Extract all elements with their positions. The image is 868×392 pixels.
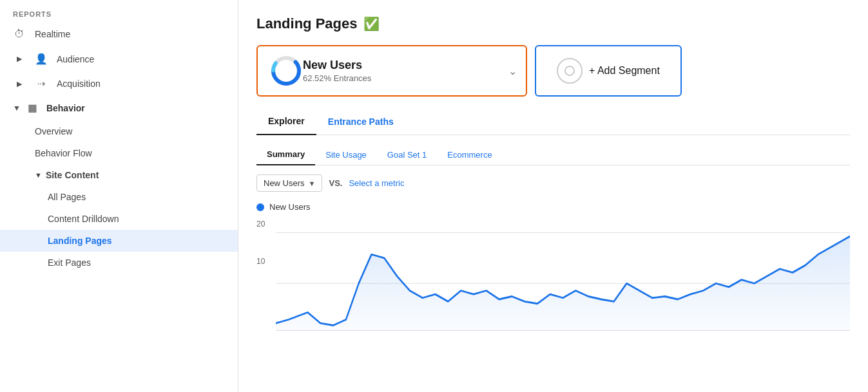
segment-card-new-users[interactable]: New Users 62.52% Entrances ⌄: [256, 45, 527, 97]
reports-label: REPORTS: [0, 5, 238, 22]
segment-info: New Users 62.52% Entrances: [303, 59, 371, 83]
chart-y-label-20: 20: [256, 219, 265, 229]
circle-icon: [564, 66, 575, 76]
segment-sub: 62.52% Entrances: [303, 73, 371, 83]
chart-y-label-10: 10: [256, 257, 265, 266]
behavior-icon: ▦: [26, 102, 39, 114]
sidebar-item-acquisition[interactable]: ▶ ⇢ Acquisition: [0, 71, 238, 96]
dropdown-arrow-icon: ▼: [309, 180, 316, 187]
person-icon: 👤: [35, 53, 48, 65]
sidebar-item-label: Audience: [57, 54, 94, 64]
sidebar-item-label: Content Drilldown: [48, 214, 119, 224]
sidebar-item-label: Landing Pages: [48, 236, 112, 246]
add-segment-label: + Add Segment: [589, 65, 660, 77]
sidebar-item-site-content[interactable]: ▼ Site Content: [0, 164, 238, 186]
shield-icon: ✅: [363, 16, 380, 32]
add-segment-card[interactable]: + Add Segment: [535, 45, 682, 97]
segments-row: New Users 62.52% Entrances ⌄ + Add Segme…: [256, 45, 850, 97]
tab-entrance-paths[interactable]: Entrance Paths: [316, 109, 405, 135]
metric-selected-label: New Users: [264, 178, 305, 188]
site-content-expand-icon: ▼: [35, 171, 42, 179]
sidebar-item-behavior[interactable]: ▼ ▦ Behavior: [0, 96, 238, 120]
sidebar-item-behavior-flow[interactable]: Behavior Flow: [0, 142, 238, 164]
chart-area: 20 10: [256, 218, 850, 334]
sidebar-item-all-pages[interactable]: All Pages: [0, 186, 238, 208]
sub-tab-goal-set[interactable]: Goal Set 1: [377, 145, 437, 165]
sub-tab-summary[interactable]: Summary: [256, 144, 315, 165]
acquisition-expand-icon: ▶: [13, 80, 26, 88]
sidebar-item-label: Overview: [35, 126, 72, 136]
sub-tab-ecommerce[interactable]: Ecommerce: [437, 145, 502, 165]
sidebar-item-landing-pages[interactable]: Landing Pages: [0, 230, 238, 252]
sidebar-item-audience[interactable]: ▶ 👤 Audience: [0, 46, 238, 71]
sidebar-item-label: All Pages: [48, 192, 86, 202]
sub-tabs-row: Summary Site Usage Goal Set 1 Ecommerce: [256, 144, 850, 165]
audience-expand-icon: ▶: [13, 55, 26, 63]
tabs-row: Explorer Entrance Paths: [256, 108, 850, 135]
main-content: Landing Pages ✅ New Users 62.52% Entranc…: [238, 0, 868, 392]
sidebar-item-exit-pages[interactable]: Exit Pages: [0, 252, 238, 274]
segment-dropdown-arrow-icon[interactable]: ⌄: [508, 65, 517, 77]
sub-tab-site-usage[interactable]: Site Usage: [315, 145, 377, 165]
clock-icon: ⏱: [13, 28, 26, 40]
behavior-expand-icon: ▼: [13, 104, 21, 113]
legend-dot-new-users: [256, 203, 264, 211]
acquisition-icon: ⇢: [35, 78, 48, 89]
chart-legend: New Users: [256, 202, 850, 212]
tab-explorer[interactable]: Explorer: [256, 108, 316, 135]
sidebar-item-content-drilldown[interactable]: Content Drilldown: [0, 208, 238, 230]
segment-donut-chart: [269, 54, 303, 88]
metric-selector-row: New Users ▼ VS. Select a metric: [256, 174, 850, 192]
select-metric-link[interactable]: Select a metric: [349, 178, 404, 188]
sidebar-item-label: Acquisition: [57, 79, 101, 89]
sidebar-item-label: Behavior: [46, 103, 85, 113]
sidebar: REPORTS ⏱ Realtime ▶ 👤 Audience ▶ ⇢ Acqu…: [0, 0, 238, 392]
sidebar-item-overview[interactable]: Overview: [0, 120, 238, 142]
svg-point-3: [565, 66, 574, 75]
page-header: Landing Pages ✅: [256, 15, 850, 32]
legend-label: New Users: [269, 202, 311, 212]
add-segment-circle-icon: [557, 58, 583, 84]
vs-label: VS.: [329, 178, 342, 188]
sidebar-item-label: Behavior Flow: [35, 148, 92, 158]
sidebar-item-label: Realtime: [35, 29, 70, 39]
sidebar-item-realtime[interactable]: ⏱ Realtime: [0, 22, 238, 46]
chart-svg: [276, 218, 850, 334]
metric-dropdown[interactable]: New Users ▼: [256, 174, 322, 192]
sidebar-item-label: Exit Pages: [48, 257, 91, 268]
sidebar-item-label: Site Content: [46, 170, 99, 180]
page-title: Landing Pages: [256, 15, 357, 32]
segment-name: New Users: [303, 59, 371, 72]
